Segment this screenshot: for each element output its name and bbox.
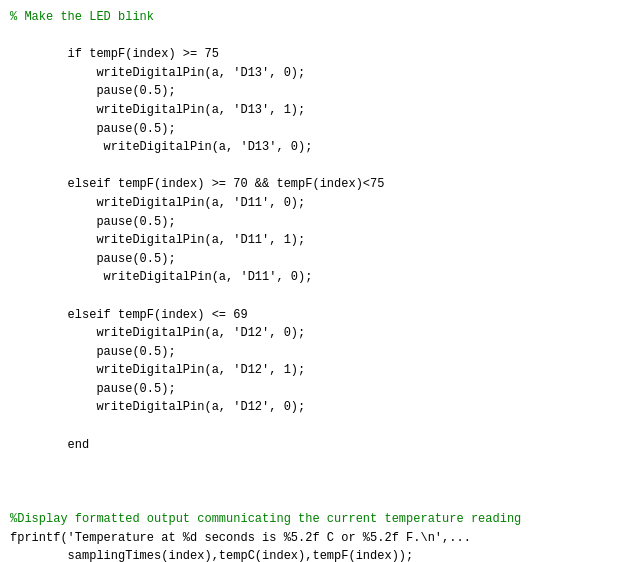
code-editor: % Make the LED blink if tempF(index) >= … [10,8,608,562]
comment-line-display: %Display formatted output communicating … [10,512,521,526]
comment-line-1: % Make the LED blink [10,10,154,24]
